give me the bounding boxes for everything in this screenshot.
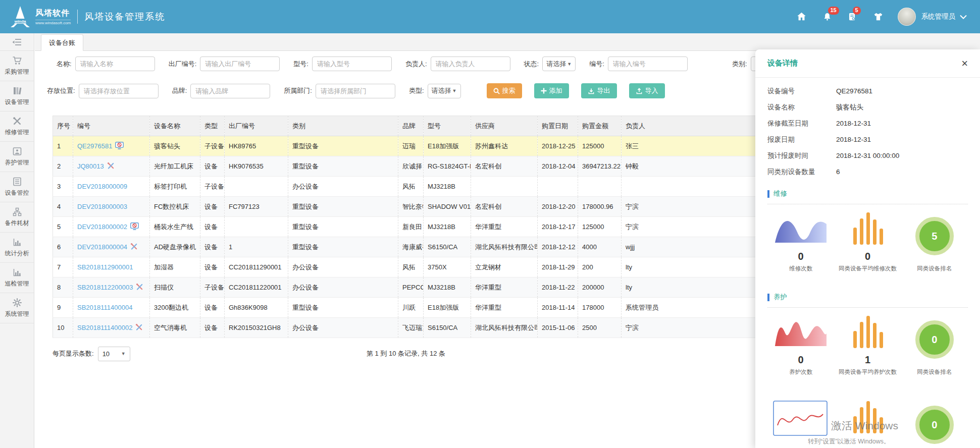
table-row[interactable]: 10SB2018111400002空气消毒机设备RK20150321GH8办公设…: [53, 318, 760, 338]
table-row[interactable]: 1QE2976581骇客钻头子设备HK89765重型设备迈瑞E18加强版苏州鑫科…: [53, 136, 760, 156]
equipment-code-link[interactable]: SB2018111400002: [77, 324, 132, 331]
sidebar-item-equipment[interactable]: 设备管理: [0, 81, 34, 111]
tab-equipment-ledger[interactable]: 设备台账: [41, 34, 83, 51]
table-cell: 骇客钻头: [150, 136, 200, 156]
shirt-icon[interactable]: [872, 11, 885, 22]
filter-brand-label: 品牌:: [172, 86, 191, 95]
filter-location-label: 存放位置:: [47, 86, 79, 95]
close-icon[interactable]: ×: [961, 58, 968, 69]
filter-group-model: 型号:: [293, 57, 392, 71]
table-row[interactable]: 9SB20181114000043200翻边机设备Gh836K9098重型设备川…: [53, 298, 760, 318]
stat-label: 同类设备平均维修次数: [839, 265, 897, 272]
sidebar-item-spares[interactable]: 备件耗材: [0, 202, 34, 233]
filter-status-select[interactable]: 请选择▼: [542, 57, 576, 71]
filter-department-label: 所属部门:: [284, 86, 316, 95]
table-cell: 川跃: [398, 298, 424, 318]
filter-location-input[interactable]: [79, 84, 159, 98]
chart-icon: [12, 237, 22, 247]
user-menu[interactable]: 系统管理员: [898, 8, 967, 26]
table-row[interactable]: 3DEV2018000009标签打印机子设备办公设备风拓MJ3218B: [53, 177, 760, 197]
monitor-blocked-icon: [115, 142, 124, 151]
sidebar-item-system[interactable]: 系统管理: [0, 293, 34, 323]
sidebar-item-stats[interactable]: 统计分析: [0, 233, 34, 263]
equipment-code-cell: DEV2018000004: [73, 237, 150, 257]
table-cell: 办公设备: [288, 177, 398, 197]
filter-factory-no-input[interactable]: [200, 57, 280, 71]
table-cell: 重型设备: [288, 237, 398, 257]
equipment-code-link[interactable]: JQ80013: [77, 162, 104, 170]
notifications-icon[interactable]: 15: [822, 11, 832, 22]
filter-owner-input[interactable]: [431, 57, 510, 71]
section-title: 养护: [773, 293, 787, 302]
sidebar-item-control[interactable]: 设备管控: [0, 172, 34, 202]
table-row[interactable]: 4DEV2018000003FC数控机床设备FC797123重型设备智比奈特SH…: [53, 197, 760, 217]
equipment-code-link[interactable]: SB2018112200003: [77, 284, 133, 291]
sidebar-item-label: 设备管控: [5, 189, 29, 197]
equipment-code-link[interactable]: DEV2018000003: [77, 203, 127, 210]
menu-collapse-icon[interactable]: [0, 33, 34, 51]
sidebar-item-repair[interactable]: 维修管理: [0, 111, 34, 142]
filter-group-status: 状态:请选择▼: [524, 57, 576, 71]
equipment-code-link[interactable]: DEV2018000004: [77, 243, 127, 251]
sidebar-item-maintenance[interactable]: 养护管理: [0, 142, 34, 172]
equipment-code-link[interactable]: DEV2018000009: [77, 183, 127, 190]
table-cell: [622, 177, 760, 197]
search-icon: [493, 88, 500, 94]
export-button[interactable]: 导出: [581, 83, 617, 98]
detail-field-label: 设备编号: [767, 87, 836, 95]
sidebar-item-inspection[interactable]: 巡检管理: [0, 263, 34, 293]
export-icon: [588, 88, 595, 94]
filter-code-input[interactable]: [608, 57, 688, 71]
equipment-code-link[interactable]: QE2976581: [77, 142, 112, 150]
table-row[interactable]: 6DEV2018000004AD硬盘录像机设备1重型设备海康威视S6150/CA…: [53, 237, 760, 257]
filter-name-input[interactable]: [75, 57, 155, 71]
sidebar-item-purchase[interactable]: 采购管理: [0, 51, 34, 81]
stat-cell: 0同类设备平均维修次数: [834, 208, 901, 272]
stat-cell: 0同类设备排名: [901, 312, 968, 376]
messages-icon[interactable]: 5: [847, 11, 857, 22]
table-cell: 华洋重型: [471, 298, 538, 318]
stat-label: 养护次数: [789, 368, 812, 376]
column-header-7: 型号: [424, 116, 471, 136]
repair-tools-icon: [136, 283, 143, 292]
record-summary: 第 1 到 10 条记录, 共 12 条: [53, 349, 759, 358]
search-button[interactable]: 搜索: [487, 83, 522, 98]
table-cell: 设备: [200, 298, 225, 318]
equipment-code-link[interactable]: SB2018112900001: [77, 263, 133, 271]
filter-department-input[interactable]: [316, 84, 395, 98]
import-button[interactable]: 导入: [629, 83, 665, 98]
table-row[interactable]: 8SB2018112200003扫描仪子设备CC201811220001办公设备…: [53, 277, 760, 298]
equipment-code-link[interactable]: DEV2018000002: [77, 223, 127, 231]
table-row[interactable]: 5DEV2018000002桶装水生产线设备重型设备新良田MJ3218B华洋重型…: [53, 217, 760, 237]
add-button[interactable]: 添加: [534, 83, 569, 98]
table-cell: 设备: [200, 217, 225, 237]
table-row[interactable]: 7SB2018112900001加湿器设备CC201811290001办公设备风…: [53, 257, 760, 277]
table-row[interactable]: 2JQ80013光纤加工机床设备HK9076535重型设备欣诚择RG-S1824…: [53, 156, 760, 177]
home-icon[interactable]: [796, 11, 807, 22]
filter-type-select[interactable]: 请选择▼: [428, 84, 461, 98]
table-cell: 9: [53, 298, 73, 318]
page-size-select[interactable]: 10 ▼: [98, 347, 130, 361]
table-cell: 钟毅: [622, 156, 760, 177]
table-cell: 10: [53, 318, 73, 338]
brand-url: www.windasoft.com: [35, 20, 71, 25]
pagination: 每页显示条数: 10 ▼ 第 1 到 10 条记录, 共 12 条: [53, 346, 759, 361]
table-cell: S6150/CA: [424, 237, 471, 257]
sidebar-item-label: 设备管理: [5, 98, 29, 106]
stat-label: 同类设备排名: [917, 368, 952, 376]
detail-field: 保修截至日期2018-12-31: [767, 119, 968, 128]
table-cell: 5: [53, 217, 73, 237]
filter-brand-input[interactable]: [190, 84, 270, 98]
table-cell: 设备: [200, 318, 225, 338]
filter-model-input[interactable]: [312, 57, 392, 71]
table-cell: 名宏科创: [471, 197, 538, 217]
sidebar-item-label: 统计分析: [5, 249, 29, 258]
equipment-code-link[interactable]: SB2018111400004: [77, 304, 132, 311]
header-actions: 15 5 系统管理员: [781, 0, 967, 33]
sidebar-item-label: 巡检管理: [5, 279, 29, 288]
table-header-row: 序号编号设备名称类型出厂编号类别品牌型号供应商购置日期购置金额负责人: [53, 116, 760, 136]
table-cell: 扫描仪: [150, 277, 200, 298]
table-cell: [225, 217, 288, 237]
average-bars-chart: [849, 209, 886, 249]
detail-field-value: 6: [836, 167, 840, 176]
